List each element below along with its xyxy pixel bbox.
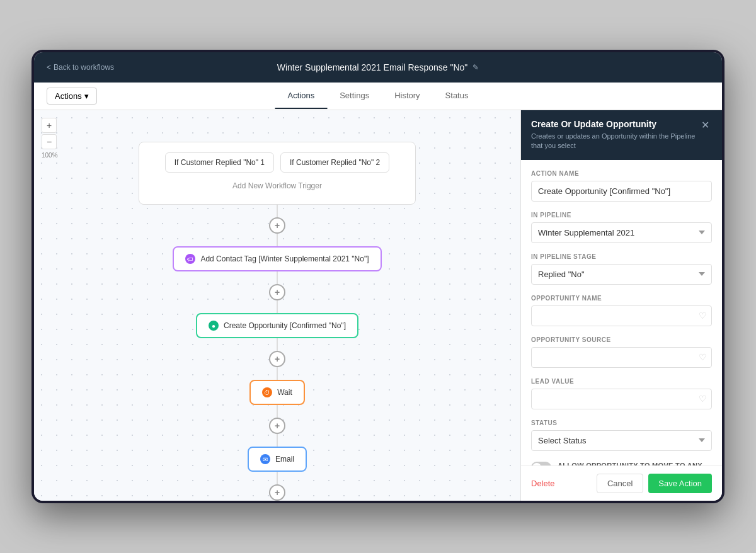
tab-settings[interactable]: Settings <box>327 83 382 109</box>
tabs-bar: Actions ▾ Actions Settings History Statu… <box>34 83 722 110</box>
workflow-nodes: If Customer Replied "No" 1 If Customer R… <box>120 142 435 501</box>
connector-line <box>277 405 278 418</box>
status-label: STATUS <box>531 419 712 426</box>
toggle-previous-stage[interactable] <box>531 462 551 465</box>
connector-line <box>277 367 278 380</box>
toggle-previous-stage-row: ALLOW OPPORTUNITY TO MOVE TO ANY PREVIOU… <box>531 461 712 465</box>
action-name-field-group: ACTION NAME <box>531 170 712 202</box>
workflow-canvas-area: + − 100% If Customer Replied "No" 1 If C… <box>34 110 520 501</box>
action-name-label: ACTION NAME <box>531 170 712 177</box>
connector-line <box>277 472 278 484</box>
panel-footer: Delete Cancel Save Action <box>521 465 722 501</box>
lead-value-field-group: LEAD VALUE ♡ <box>531 378 712 409</box>
email-action-node[interactable]: ✉ Email <box>248 447 307 472</box>
panel-close-button[interactable]: ✕ <box>699 119 712 131</box>
toggle-previous-stage-label: ALLOW OPPORTUNITY TO MOVE TO ANY PREVIOU… <box>558 461 712 465</box>
header-title: Winter Supplemental 2021 Email Response … <box>277 62 479 72</box>
edit-icon[interactable]: ✎ <box>472 63 479 72</box>
trigger-nodes: If Customer Replied "No" 1 If Customer R… <box>152 152 403 173</box>
opportunity-name-input-wrapper: ♡ <box>531 305 712 326</box>
connector-line <box>277 205 278 217</box>
panel-header: Create Or Update Opportunity Creates or … <box>521 110 722 160</box>
zoom-controls: + − 100% <box>42 118 58 159</box>
opportunity-source-label: OPPORTUNITY SOURCE <box>531 336 712 343</box>
tab-status[interactable]: Status <box>433 83 481 109</box>
trigger-node-1[interactable]: If Customer Replied "No" 1 <box>165 152 274 173</box>
opportunity-action-node[interactable]: ● Create Opportunity [Confirmed "No"] <box>196 313 358 338</box>
lead-value-label: LEAD VALUE <box>531 378 712 385</box>
wait-icon: ⏱ <box>262 387 272 397</box>
status-select[interactable]: Select Status <box>531 430 712 451</box>
add-step-button-1[interactable]: + <box>269 217 285 234</box>
opportunity-icon: ● <box>209 321 219 331</box>
email-icon: ✉ <box>260 454 270 464</box>
opportunity-source-input[interactable] <box>531 347 712 368</box>
in-pipeline-select[interactable]: Winter Supplemental 2021 <box>531 222 712 243</box>
connector-line <box>277 434 278 447</box>
opportunity-name-label: OPPORTUNITY NAME <box>531 295 712 302</box>
save-action-button[interactable]: Save Action <box>648 474 712 493</box>
add-step-button-3[interactable]: + <box>269 351 285 367</box>
pipeline-stage-select[interactable]: Replied "No" <box>531 264 712 285</box>
connector-5: + <box>269 472 285 501</box>
action-name-input[interactable] <box>531 181 712 202</box>
pipeline-stage-field-group: IN PIPELINE STAGE Replied "No" <box>531 253 712 285</box>
wait-action-node[interactable]: ⏱ Wait <box>249 380 305 405</box>
opportunity-name-icon: ♡ <box>699 311 707 321</box>
cancel-button[interactable]: Cancel <box>597 474 643 493</box>
right-panel: Create Or Update Opportunity Creates or … <box>520 110 722 501</box>
zoom-out-button[interactable]: − <box>42 134 57 149</box>
zoom-level: 100% <box>42 152 58 159</box>
opportunity-source-icon: ♡ <box>699 352 707 362</box>
add-step-button-2[interactable]: + <box>269 284 285 300</box>
connector-line <box>277 271 278 284</box>
opportunity-source-input-wrapper: ♡ <box>531 347 712 368</box>
lead-value-icon: ♡ <box>699 394 707 404</box>
opportunity-source-field-group: OPPORTUNITY SOURCE ♡ <box>531 336 712 368</box>
main-content: + − 100% If Customer Replied "No" 1 If C… <box>34 110 722 501</box>
add-step-button-5[interactable]: + <box>269 484 285 501</box>
connector-2: + <box>269 271 285 313</box>
connector-line <box>277 300 278 313</box>
connector-line <box>277 338 278 351</box>
tabs-nav: Actions Settings History Status <box>275 83 481 109</box>
back-link[interactable]: Back to workflows <box>47 63 114 72</box>
in-pipeline-label: IN PIPELINE <box>531 212 712 219</box>
footer-buttons: Cancel Save Action <box>597 474 712 493</box>
actions-dropdown-button[interactable]: Actions ▾ <box>47 88 97 105</box>
app-header: Back to workflows Winter Supplemental 20… <box>34 52 722 83</box>
tag-action-node[interactable]: 🏷 Add Contact Tag [Winter Supplemental 2… <box>173 246 381 271</box>
tag-icon: 🏷 <box>185 254 195 264</box>
trigger-box: If Customer Replied "No" 1 If Customer R… <box>139 142 416 205</box>
connector-4: + <box>269 405 285 447</box>
in-pipeline-field-group: IN PIPELINE Winter Supplemental 2021 <box>531 212 712 243</box>
opportunity-name-field-group: OPPORTUNITY NAME ♡ <box>531 295 712 326</box>
add-trigger-button[interactable]: Add New Workflow Trigger <box>152 178 403 194</box>
lead-value-input[interactable] <box>531 389 712 409</box>
pipeline-stage-label: IN PIPELINE STAGE <box>531 253 712 260</box>
zoom-in-button[interactable]: + <box>42 118 57 133</box>
lead-value-input-wrapper: ♡ <box>531 389 712 409</box>
delete-button[interactable]: Delete <box>531 479 555 488</box>
panel-body: ACTION NAME IN PIPELINE Winter Supplemen… <box>521 160 722 465</box>
tab-actions[interactable]: Actions <box>275 83 328 109</box>
panel-subtitle: Creates or updates an Opportunity within… <box>531 132 699 151</box>
connector-1: + <box>269 205 285 246</box>
add-step-button-4[interactable]: + <box>269 418 285 434</box>
connector-line <box>277 234 278 246</box>
connector-3: + <box>269 338 285 380</box>
opportunity-name-input[interactable] <box>531 305 712 326</box>
status-field-group: STATUS Select Status <box>531 419 712 451</box>
trigger-node-2[interactable]: If Customer Replied "No" 2 <box>280 152 389 173</box>
tab-history[interactable]: History <box>382 83 432 109</box>
panel-title: Create Or Update Opportunity <box>531 119 699 129</box>
